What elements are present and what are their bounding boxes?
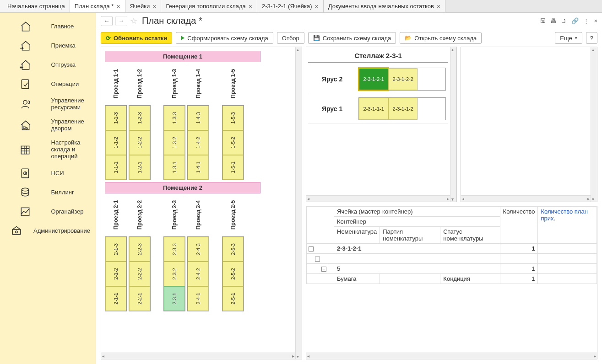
warehouse-cell[interactable]: 1-3-1 (164, 155, 185, 180)
preview-icon[interactable]: 🗋 (561, 17, 567, 24)
sidebar-item-main[interactable]: Главное (0, 16, 96, 36)
warehouse-cell[interactable]: 2-5-3 (222, 237, 244, 262)
form-scheme-button[interactable]: Сформировать схему склада (176, 32, 273, 44)
sidebar-item-admin[interactable]: Администрирование (0, 221, 96, 240)
sidebar-item-nsi[interactable]: НСИ (0, 163, 96, 182)
open-scheme-button[interactable]: 📂 Открыть схему склада (400, 32, 482, 44)
rack-cell[interactable]: 2-3-1-1-1 (359, 98, 388, 120)
tab-3[interactable]: Генерация топологии склада× (161, 0, 257, 12)
nav-forward-button[interactable]: → (115, 16, 127, 26)
table-row[interactable]: −2-3-1-2-11 (307, 244, 597, 254)
col-party[interactable]: Партия номенклатуры (380, 227, 440, 244)
more-button[interactable]: Еще ▾ (555, 32, 582, 44)
favorite-star-icon[interactable]: ☆ (130, 16, 137, 26)
rooms-scroll[interactable]: Помещение 1Проезд 1-1Проезд 1-2Проезд 1-… (101, 47, 295, 359)
sidebar-item-settings[interactable]: Настройка склада и операций (0, 135, 96, 163)
nav-back-button[interactable]: ← (101, 16, 113, 26)
tab-close-icon[interactable]: × (437, 3, 440, 10)
table-row[interactable]: − (307, 254, 597, 264)
menu-dots-icon[interactable]: ⋮ (583, 17, 589, 24)
warehouse-cell[interactable]: 1-1-3 (105, 106, 126, 130)
warehouse-cell[interactable]: 1-4-3 (188, 106, 209, 130)
warehouse-cell[interactable]: 1-4-1 (188, 155, 209, 180)
warehouse-cell[interactable]: 2-4-3 (188, 237, 209, 262)
col-nomen[interactable]: Номенклатура (334, 227, 380, 244)
warehouse-cell[interactable]: 2-1-3 (105, 237, 126, 262)
table-row[interactable]: БумагаКондиция1 (307, 274, 597, 284)
tab-close-icon[interactable]: × (249, 3, 252, 10)
warehouse-cell[interactable]: 2-3-1 (164, 286, 185, 311)
refresh-stock-button[interactable]: ⟳ Обновить остатки (101, 32, 172, 44)
rack-cell[interactable]: 2-3-1-2-2 (388, 68, 418, 90)
tree-header (307, 207, 334, 244)
rooms-scrollbar-vertical[interactable] (295, 47, 302, 359)
col-status[interactable]: Статус номенклатуры (440, 227, 500, 244)
warehouse-cell[interactable]: 2-2-1 (129, 286, 150, 311)
empty-scrollbar-vertical[interactable] (591, 47, 597, 202)
sidebar-item-otgruzka[interactable]: Отгрузка (0, 55, 96, 74)
warehouse-cell[interactable]: 1-4-2 (188, 130, 209, 155)
warehouse-cell[interactable]: 2-3-3 (164, 237, 185, 262)
save-scheme-button[interactable]: 💾 Сохранить схему склада (308, 32, 396, 44)
tab-close-icon[interactable]: × (152, 3, 156, 10)
tab-1[interactable]: План склада *× (70, 0, 125, 12)
sidebar-item-billing[interactable]: Биллинг (0, 182, 96, 202)
rack-scroll[interactable]: Стеллаж 2-3-1Ярус 22-3-1-2-12-3-1-2-2Яру… (306, 47, 450, 202)
warehouse-cell[interactable]: 1-3-3 (164, 106, 185, 130)
warehouse-cell[interactable]: 1-2-3 (129, 106, 150, 130)
tab-close-icon[interactable]: × (116, 3, 120, 10)
tree-toggle-icon[interactable]: − (309, 246, 314, 252)
empty-scroll[interactable] (461, 47, 591, 202)
warehouse-cell[interactable]: 1-3-2 (164, 130, 185, 155)
rack-scrollbar-horizontal[interactable]: ◂▸ (306, 195, 450, 202)
warehouse-cell[interactable]: 1-2-1 (129, 155, 150, 180)
rooms-scrollbar-horizontal[interactable]: ◂▸ (101, 353, 295, 359)
sidebar-item-resources[interactable]: Управление ресурсами (0, 93, 96, 114)
warehouse-cell[interactable]: 1-1-1 (105, 155, 126, 180)
warehouse-cell[interactable]: 1-2-2 (129, 130, 150, 155)
warehouse-cell[interactable]: 2-2-2 (129, 262, 150, 286)
warehouse-cell[interactable]: 2-3-2 (164, 262, 185, 286)
sidebar-item-priemka[interactable]: Приемка (0, 36, 96, 55)
sidebar-item-oper[interactable]: Операции (0, 74, 96, 93)
save-icon[interactable]: 🖫 (540, 17, 546, 24)
detail-scroll[interactable]: Ячейка (мастер-контейнер)КоличествоКолич… (306, 206, 597, 359)
sidebar-item-organizer[interactable]: Органайзер (0, 202, 96, 221)
tab-5[interactable]: Документы ввода начальных остатков× (324, 0, 445, 12)
warehouse-cell[interactable]: 1-5-1 (222, 155, 244, 180)
rack-cell[interactable]: 2-3-1-2-1 (359, 68, 388, 90)
tab-2[interactable]: Ячейки× (125, 0, 162, 12)
close-icon[interactable]: × (594, 17, 597, 24)
warehouse-cell[interactable]: 2-1-1 (105, 286, 126, 311)
cell-label: 2-4-2 (195, 268, 201, 280)
warehouse-cell[interactable]: 2-4-2 (188, 262, 209, 286)
rack-cell[interactable]: 2-3-1-1-2 (388, 98, 418, 120)
warehouse-cell[interactable]: 2-1-2 (105, 262, 126, 286)
help-button[interactable]: ? (586, 32, 597, 44)
tab-close-icon[interactable]: × (315, 3, 319, 10)
tab-4[interactable]: 2-3-1-2-1 (Ячейка)× (257, 0, 324, 12)
sidebar-item-yard[interactable]: Управление двором (0, 114, 96, 135)
rack-scrollbar-vertical[interactable] (450, 47, 456, 202)
print-icon[interactable]: 🖶 (550, 17, 556, 24)
col-cell[interactable]: Ячейка (мастер-контейнер) (334, 207, 500, 217)
warehouse-cell[interactable]: 1-1-2 (105, 130, 126, 155)
detail-scrollbar-horizontal[interactable]: ◂▸ (306, 353, 597, 359)
warehouse-cell[interactable]: 2-5-1 (222, 286, 244, 311)
warehouse-cell[interactable]: 2-4-1 (188, 286, 209, 311)
table-row[interactable]: −51 (307, 264, 597, 274)
warehouse-cell[interactable]: 2-2-3 (129, 237, 150, 262)
filter-button[interactable]: Отбор (277, 32, 304, 44)
tree-toggle-icon[interactable]: − (315, 257, 320, 262)
tree-toggle-icon[interactable]: − (321, 267, 326, 272)
warehouse-cell[interactable]: 1-5-3 (222, 106, 244, 130)
empty-scrollbar-horizontal[interactable]: ◂▸ (461, 195, 591, 202)
tab-0[interactable]: Начальная страница (0, 0, 70, 12)
link-icon[interactable]: 🔗 (571, 17, 579, 24)
warehouse-cell[interactable]: 2-5-2 (222, 262, 244, 286)
col-qty[interactable]: Количество (500, 207, 538, 244)
warehouse-cell[interactable]: 1-5-2 (222, 130, 244, 155)
oper-icon (5, 78, 45, 90)
col-qty-plan[interactable]: Количество план прих. (538, 207, 597, 244)
col-container[interactable]: Контейнер (334, 217, 500, 227)
